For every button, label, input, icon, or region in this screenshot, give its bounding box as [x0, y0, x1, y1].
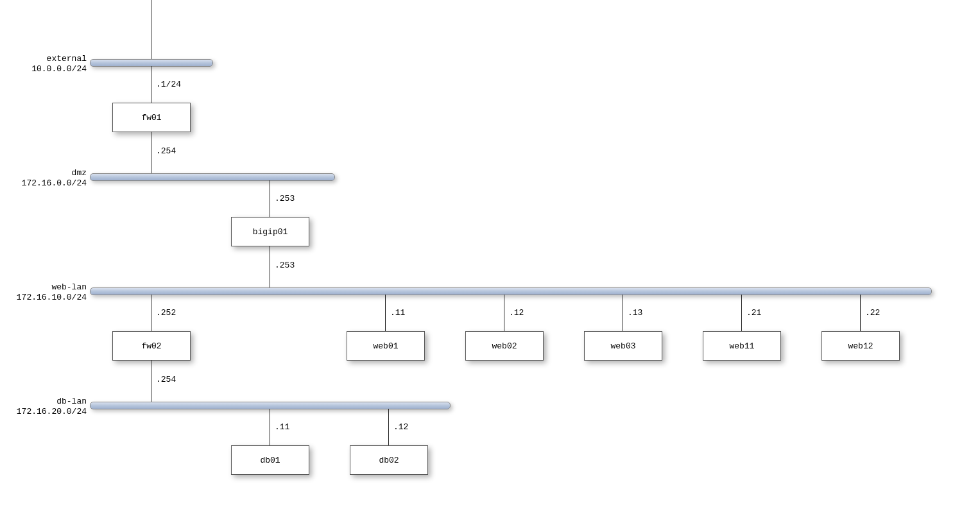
line-top-entry — [151, 0, 151, 59]
node-fw01-label: fw01 — [141, 113, 161, 123]
node-web12-label: web12 — [848, 341, 873, 351]
line-web-web11 — [741, 295, 742, 331]
line-web-web01 — [385, 295, 386, 331]
bus-dmz — [90, 173, 335, 181]
bus-dblan-label: db-lan 172.16.20.0/24 — [13, 397, 87, 416]
node-web11: web11 — [703, 331, 781, 361]
ip-fw01-dmz: .254 — [156, 146, 176, 156]
line-ext-fw01 — [151, 66, 151, 103]
node-web02-label: web02 — [492, 341, 517, 351]
line-web-web12 — [860, 295, 861, 331]
bus-external-name: external — [19, 54, 87, 64]
line-web-web02 — [504, 295, 504, 331]
node-bigip01-label: bigip01 — [253, 227, 288, 237]
node-web01: web01 — [347, 331, 425, 361]
ip-web11: .21 — [746, 308, 761, 318]
node-fw01: fw01 — [112, 103, 191, 132]
bus-weblan-label: web-lan 172.16.10.0/24 — [13, 282, 87, 302]
node-web01-label: web01 — [373, 341, 398, 351]
ip-bigip-dmz: .253 — [275, 194, 295, 203]
bus-dblan-name: db-lan — [13, 397, 87, 407]
ip-web02: .12 — [509, 308, 524, 318]
node-fw02: fw02 — [112, 331, 191, 361]
bus-dblan-ip: 172.16.20.0/24 — [13, 407, 87, 417]
ip-fw02-db: .254 — [156, 375, 176, 384]
ip-web01: .11 — [390, 308, 405, 318]
line-web-web03 — [623, 295, 623, 331]
bus-external-label: external 10.0.0.0/24 — [19, 54, 87, 74]
ip-web12: .22 — [865, 308, 880, 318]
node-web03: web03 — [584, 331, 662, 361]
line-web-fw02 — [151, 295, 151, 331]
ip-web03: .13 — [628, 308, 642, 318]
node-db02-label: db02 — [379, 456, 399, 465]
bus-weblan-ip: 172.16.10.0/24 — [13, 293, 87, 303]
bus-dmz-label: dmz 172.16.0.0/24 — [19, 168, 87, 188]
ip-fw02-web: .252 — [156, 308, 176, 318]
ip-db01: .11 — [275, 422, 289, 432]
node-fw02-label: fw02 — [141, 341, 161, 351]
bus-weblan-name: web-lan — [13, 282, 87, 293]
node-web12: web12 — [821, 331, 900, 361]
bus-weblan — [90, 287, 932, 295]
line-db-db01 — [270, 409, 270, 445]
line-dmz-bigip — [270, 180, 270, 217]
ip-fw01-ext: .1/24 — [156, 80, 181, 89]
node-db02: db02 — [350, 445, 428, 475]
node-web02: web02 — [465, 331, 544, 361]
line-db-db02 — [388, 409, 389, 445]
node-db01: db01 — [231, 445, 309, 475]
ip-db02: .12 — [393, 422, 408, 432]
bus-dblan — [90, 402, 451, 409]
bus-external-ip: 10.0.0.0/24 — [19, 64, 87, 74]
node-web11-label: web11 — [729, 341, 754, 351]
bus-dmz-ip: 172.16.0.0/24 — [19, 178, 87, 189]
bus-external — [90, 59, 213, 67]
node-web03-label: web03 — [610, 341, 635, 351]
bus-dmz-name: dmz — [19, 168, 87, 178]
line-fw02-db — [151, 360, 151, 402]
ip-bigip-web: .253 — [275, 261, 295, 270]
line-fw01-dmz — [151, 132, 151, 173]
line-bigip-web — [270, 246, 270, 287]
node-bigip01: bigip01 — [231, 217, 309, 246]
node-db01-label: db01 — [260, 456, 280, 465]
